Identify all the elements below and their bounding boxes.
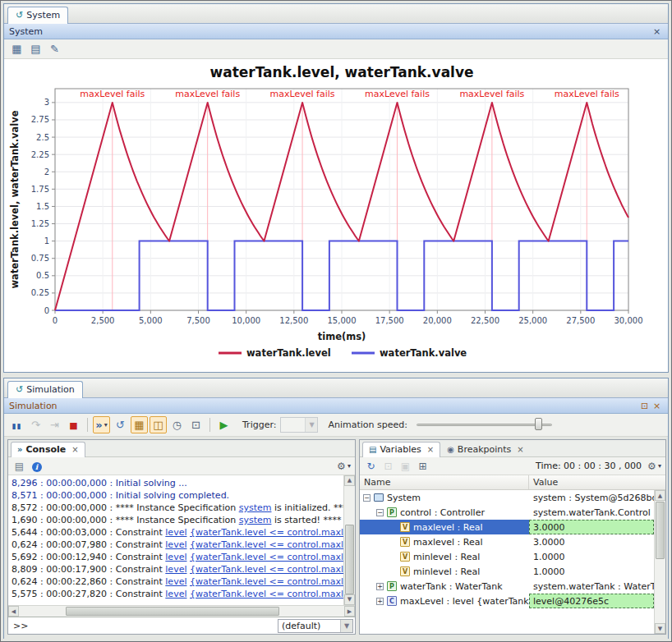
- variable-value-cell[interactable]: 3.0000: [529, 534, 654, 549]
- variable-row[interactable]: Vmaxlevel : Real3.0000: [360, 520, 665, 534]
- terminate-button[interactable]: ■: [65, 416, 82, 433]
- console-link[interactable]: level: [165, 589, 186, 599]
- slider-thumb[interactable]: [535, 418, 542, 430]
- trigger-select[interactable]: ▼: [280, 417, 318, 433]
- console-link[interactable]: {waterTank.level <= control.maxlevel}: [190, 527, 355, 538]
- export-variables-button[interactable]: ⊡: [380, 458, 396, 474]
- column-header-value[interactable]: Value: [529, 475, 665, 489]
- close-icon[interactable]: ×: [427, 445, 434, 454]
- scroll-down-icon[interactable]: ▼: [344, 594, 355, 605]
- variable-name-cell[interactable]: +CmaxLevel : level {waterTank...: [360, 594, 529, 608]
- console-link[interactable]: {waterTank.level <= control.maxlevel}: [190, 539, 355, 550]
- plot-settings-button[interactable]: ✎: [46, 40, 63, 57]
- variable-value-cell[interactable]: level@40276e5c: [529, 594, 654, 608]
- tab-variables[interactable]: ▤ Variables ×: [362, 442, 440, 457]
- engine-select[interactable]: (default) ▼: [278, 619, 353, 633]
- svg-text:2: 2: [44, 167, 49, 177]
- variable-row[interactable]: Vminlevel : Real1.0000: [360, 549, 665, 564]
- close-icon[interactable]: ×: [651, 26, 663, 37]
- open-log-button[interactable]: ▤: [12, 458, 27, 474]
- copy-data-button[interactable]: ▦: [8, 40, 25, 57]
- console-command-input[interactable]: [33, 621, 273, 631]
- variable-value-cell[interactable]: 1.0000: [529, 564, 654, 579]
- run-validation-button[interactable]: ▶: [215, 416, 232, 433]
- variable-row[interactable]: +PwaterTank : WaterTanksystem.waterTank …: [360, 579, 665, 594]
- animation-toggle-button[interactable]: ↺: [112, 416, 129, 433]
- clock-button[interactable]: ◷: [168, 416, 186, 433]
- step-button[interactable]: ⇥: [46, 416, 63, 433]
- variable-name-cell[interactable]: Vmaxlevel : Real: [360, 534, 529, 549]
- variable-row[interactable]: Vmaxlevel : Real3.0000: [360, 534, 665, 549]
- variable-name-cell[interactable]: +PwaterTank : WaterTank: [360, 579, 529, 594]
- snapshot-button[interactable]: ▣: [398, 458, 413, 474]
- variable-row[interactable]: +CmaxLevel : level {waterTank...level@40…: [360, 594, 665, 608]
- variable-value-cell[interactable]: 1.0000: [529, 549, 654, 564]
- console-link[interactable]: level: [165, 576, 186, 587]
- close-icon[interactable]: ×: [651, 401, 663, 411]
- console-log[interactable]: 8,296 : 00:00:00,000 : Initial solving .…: [8, 475, 355, 605]
- variable-value-cell[interactable]: 3.0000: [529, 520, 654, 534]
- collapse-icon[interactable]: −: [363, 494, 371, 502]
- console-link[interactable]: system: [239, 515, 272, 525]
- scroll-down-icon[interactable]: ▼: [655, 623, 665, 634]
- console-link[interactable]: system: [239, 502, 272, 513]
- grid-toggle-button[interactable]: ▦: [131, 416, 148, 433]
- console-settings-button[interactable]: ⚙▾: [336, 458, 352, 474]
- expand-icon[interactable]: +: [376, 598, 384, 605]
- variable-value-cell[interactable]: system.waterTank.Control :...: [529, 505, 654, 520]
- step2-icon: ⇥: [50, 419, 59, 431]
- variable-name-cell[interactable]: Vminlevel : Real: [360, 564, 529, 579]
- scroll-up-icon[interactable]: ▲: [655, 490, 665, 501]
- scroll-left-icon[interactable]: ◀: [8, 606, 19, 617]
- console-line: 5,692 : 00:00:12,940 : Constraint level …: [12, 551, 342, 563]
- console-link[interactable]: {waterTank.level <= control.maxlevel}: [190, 576, 355, 587]
- expand-icon[interactable]: +: [376, 583, 384, 590]
- variables-settings-button[interactable]: ⚙▾: [647, 458, 662, 474]
- scrollbar-thumb[interactable]: [66, 607, 279, 616]
- variable-value-cell[interactable]: system : System@5d268bd8: [529, 490, 654, 505]
- variable-row[interactable]: −Pcontrol : Controllersystem.waterTank.C…: [360, 505, 665, 520]
- panes-toggle-button[interactable]: ◫: [150, 416, 167, 433]
- pause-button[interactable]: ▮▮: [8, 416, 25, 433]
- tab-simulation[interactable]: ↺ Simulation: [7, 381, 83, 398]
- console-horizontal-scrollbar[interactable]: ◀ ▶: [8, 605, 355, 617]
- scroll-up-icon[interactable]: ▲: [344, 475, 355, 486]
- scrollbar-thumb[interactable]: [656, 502, 665, 559]
- variable-name-cell[interactable]: −System: [360, 490, 529, 505]
- refresh-button[interactable]: ↻: [363, 458, 379, 474]
- variables-vertical-scrollbar[interactable]: ▲ ▼: [654, 490, 665, 634]
- info-button[interactable]: i: [29, 458, 44, 474]
- console-link[interactable]: level: [165, 564, 186, 575]
- scroll-right-icon[interactable]: ▶: [344, 606, 355, 617]
- close-icon[interactable]: ×: [517, 445, 523, 454]
- animation-speed-slider[interactable]: [417, 416, 552, 433]
- resume-button[interactable]: ↷: [27, 416, 44, 433]
- tab-console[interactable]: » Console ×: [11, 442, 85, 457]
- save-image-button[interactable]: ▤: [27, 40, 44, 57]
- scrollbar-thumb[interactable]: [345, 525, 354, 594]
- close-icon[interactable]: ×: [71, 445, 78, 454]
- variable-name-cell[interactable]: Vmaxlevel : Real: [360, 520, 529, 534]
- console-link[interactable]: level: [165, 527, 186, 538]
- slider-track: [417, 424, 552, 426]
- variable-name-cell[interactable]: −Pcontrol : Controller: [360, 505, 529, 520]
- variable-name-cell[interactable]: Vminlevel : Real: [360, 549, 529, 564]
- tab-system[interactable]: ↺ System: [7, 7, 68, 24]
- console-link[interactable]: level: [165, 552, 186, 562]
- column-header-name[interactable]: Name: [360, 475, 529, 489]
- export-button[interactable]: ⊡: [187, 416, 205, 433]
- console-menu-button[interactable]: »▾: [93, 416, 110, 433]
- variable-row[interactable]: Vminlevel : Real1.0000: [360, 564, 665, 579]
- tab-breakpoints[interactable]: ◉ Breakpoints ×: [440, 442, 531, 457]
- float-window-icon[interactable]: ⊡: [638, 401, 651, 411]
- console-link[interactable]: {waterTank.level <= control.maxlevel}: [190, 589, 355, 599]
- console-link[interactable]: {waterTank.level <= control.maxlevel}: [190, 552, 355, 562]
- collapse-icon[interactable]: −: [376, 509, 384, 516]
- console-link[interactable]: level: [165, 539, 186, 550]
- expand-tree-button[interactable]: ⊞: [415, 458, 430, 474]
- console-vertical-scrollbar[interactable]: ▲ ▼: [343, 475, 355, 605]
- console-link[interactable]: {waterTank.level <= control.maxlevel}: [190, 564, 355, 575]
- svg-text:waterTank.level, waterTank.val: waterTank.level, waterTank.valve: [209, 64, 473, 80]
- variable-value-cell[interactable]: system.waterTank : WaterT...: [529, 579, 654, 594]
- variable-row[interactable]: −Systemsystem : System@5d268bd8: [360, 490, 665, 505]
